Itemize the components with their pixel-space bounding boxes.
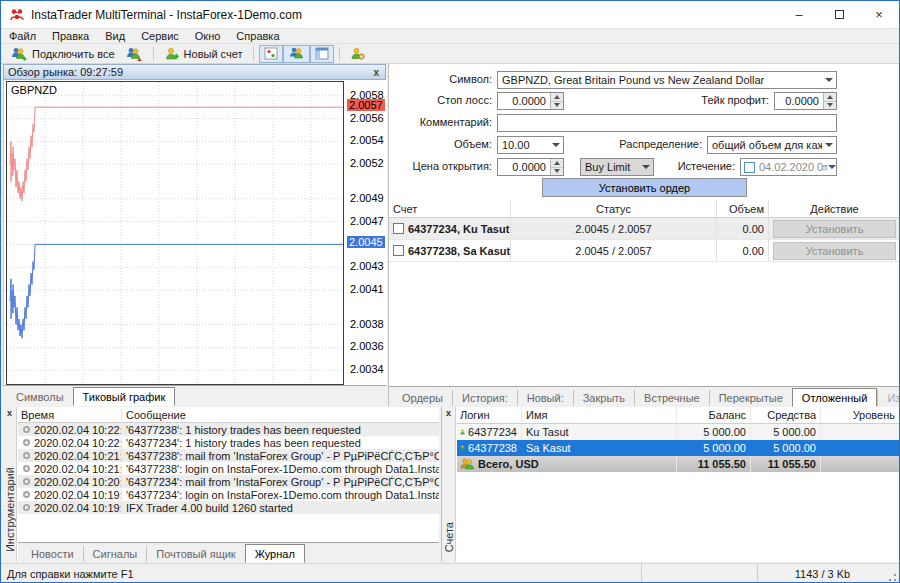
volume-label: Объем: <box>389 138 492 150</box>
col-message: Сообщение <box>121 409 439 421</box>
market-watch-tabs: Символы Тиковый график <box>3 385 386 405</box>
menu-window[interactable]: Окно <box>187 29 229 43</box>
new-account-button[interactable]: Новый счет <box>159 45 248 63</box>
maximize-button[interactable] <box>819 1 859 28</box>
chart-y-axis: 2.00582.00562.00542.00522.00492.00472.00… <box>346 81 387 385</box>
expiration-checkbox[interactable] <box>744 162 755 173</box>
tab-tick-chart[interactable]: Тиковый график <box>73 387 176 406</box>
chevron-down-icon[interactable] <box>549 137 563 153</box>
account-row-selected[interactable]: 64377238 Sa Kasut 5 000.00 5 000.00 <box>457 440 899 456</box>
account-row[interactable]: 64377234 Ku Tasut 5 000.00 5 000.00 <box>457 424 899 440</box>
app-icon <box>9 7 25 23</box>
chevron-down-icon[interactable] <box>822 72 836 88</box>
menu-file[interactable]: Файл <box>1 29 44 43</box>
market-watch-title: Обзор рынка: 09:27:59 <box>8 66 123 78</box>
tick-chart-area[interactable]: GBPNZD 2.00582.00562.00542.00522.00492.0… <box>3 80 386 385</box>
time-cell: 2020.02.04 10:21:1... <box>34 450 121 462</box>
tab-news[interactable]: Новости <box>22 546 83 562</box>
minimize-button[interactable]: – <box>779 1 819 28</box>
volume-select[interactable]: 10.00 <box>497 136 564 154</box>
menu-edit[interactable]: Правка <box>44 29 97 43</box>
chevron-down-icon[interactable] <box>639 159 653 175</box>
set-order-button[interactable]: Установить <box>773 220 896 238</box>
stop-loss-input[interactable]: 0.0000 <box>497 92 564 110</box>
disconnect-all-button[interactable] <box>120 45 148 63</box>
spin-up-button[interactable] <box>824 93 836 102</box>
symbol-select[interactable]: GBPNZD, Great Britain Pound vs New Zeala… <box>497 71 837 89</box>
menu-help[interactable]: Справка <box>228 29 287 43</box>
journal-row[interactable]: 2020.02.04 10:19:3... IFX Trader 4.00 bu… <box>18 501 439 514</box>
connect-all-button[interactable]: Подключить все <box>5 45 120 63</box>
tab-symbols[interactable]: Символы <box>7 389 73 405</box>
journal-table: Время Сообщение 2020.02.04 10:22:2... '6… <box>18 407 439 562</box>
account-settings-button[interactable] <box>345 45 370 63</box>
accounts-header: Логин Имя Баланс Средства Уровень <box>457 407 899 424</box>
y-tick-label: 2.0038 <box>350 318 384 330</box>
bid-price-badge: 2.0045 <box>347 236 385 248</box>
tab-journal[interactable]: Журнал <box>245 544 305 563</box>
expiration-value: 04.02.2020 09:37 <box>755 161 822 173</box>
tab-close[interactable]: Закрыть <box>573 390 634 406</box>
calendar-icon[interactable] <box>822 159 836 175</box>
account-checkbox[interactable] <box>393 223 404 234</box>
tab-history[interactable]: История: 2 <box>452 390 517 406</box>
order-type-select[interactable]: Buy Limit <box>580 158 654 176</box>
journal-row[interactable]: 2020.02.04 10:19:5... '64377234': login … <box>18 488 439 501</box>
user-icon <box>460 426 465 438</box>
tab-signals[interactable]: Сигналы <box>83 546 147 562</box>
market-watch-close-button[interactable]: x <box>371 67 381 78</box>
table-row[interactable]: 64377234, Ku Tasut 2.0045 / 2.0057 0.00 … <box>389 218 900 240</box>
tab-overlapped[interactable]: Перекрытые <box>709 390 792 406</box>
window-title: InstaTrader MultiTerminal - InstaForex-1… <box>31 8 302 22</box>
menu-service[interactable]: Сервис <box>133 29 187 43</box>
accounts-close-button[interactable]: x <box>446 407 451 418</box>
journal-row[interactable]: 2020.02.04 10:22:2... '64377234': 1 hist… <box>18 436 439 449</box>
journal-close-button[interactable]: x <box>7 407 12 418</box>
login-cell: 64377238 <box>468 442 517 454</box>
distribution-select[interactable]: общий объем для каждого ордера <box>707 136 837 154</box>
market-watch-caption[interactable]: Обзор рынка: 09:27:59 x <box>3 64 386 80</box>
table-row[interactable]: 64377238, Sa Kasut 2.0045 / 2.0057 0.00 … <box>389 240 900 262</box>
col-time: Время <box>18 409 121 421</box>
resize-grip[interactable] <box>887 572 897 582</box>
stop-loss-value: 0.0000 <box>498 95 550 107</box>
tick-chart-plot[interactable]: GBPNZD <box>6 81 344 385</box>
spin-up-button[interactable] <box>551 93 563 102</box>
journal-row[interactable]: 2020.02.04 10:21:0... '64377238': login … <box>18 462 439 475</box>
account-settings-icon <box>350 47 365 60</box>
level-cell <box>820 440 899 456</box>
market-watch-toggle[interactable] <box>259 45 283 63</box>
tab-new[interactable]: Новый: 2 <box>517 390 573 406</box>
journal-row[interactable]: 2020.02.04 10:22:2... '64377238': 1 hist… <box>18 423 439 436</box>
col-volume: Объем <box>717 200 769 217</box>
menu-view[interactable]: Вид <box>97 29 133 43</box>
accounts-toggle[interactable] <box>283 45 310 63</box>
journal-row[interactable]: 2020.02.04 10:21:1... '64377238': mail f… <box>18 449 439 462</box>
col-equity: Средства <box>750 407 820 423</box>
journal-panel: x Инструментарий Время Сообщение 2020.02… <box>3 407 439 562</box>
spin-down-button[interactable] <box>551 168 563 176</box>
spin-down-button[interactable] <box>551 102 563 110</box>
chevron-down-icon[interactable] <box>822 137 836 153</box>
tab-orders[interactable]: Ордеры <box>393 390 452 406</box>
status-cell: 2.0045 / 2.0057 <box>510 218 717 239</box>
tab-pending[interactable]: Отложенный <box>792 388 878 407</box>
spin-down-button[interactable] <box>824 102 836 110</box>
journal-row[interactable]: 2020.02.04 10:20:0... '64377234': mail f… <box>18 475 439 488</box>
account-checkbox[interactable] <box>393 245 404 256</box>
terminal-toggle[interactable] <box>310 45 334 63</box>
tab-mailbox[interactable]: Почтовый ящик <box>146 546 244 562</box>
close-button[interactable]: × <box>859 1 899 28</box>
comment-input[interactable] <box>497 114 837 132</box>
set-order-button[interactable]: Установить <box>773 242 896 260</box>
open-price-input[interactable]: 0.0000 <box>497 158 564 176</box>
connect-all-icon <box>10 47 28 61</box>
take-profit-input[interactable]: 0.0000 <box>774 92 837 110</box>
message-cell: '64377238': 1 history trades has been re… <box>121 424 439 436</box>
tab-counter[interactable]: Встречные <box>634 390 709 406</box>
status-table-header: Счет Статус Объем Действие <box>389 200 900 218</box>
place-order-button[interactable]: Установить ордер <box>542 178 747 197</box>
expiration-field[interactable]: 04.02.2020 09:37 <box>740 158 837 176</box>
spin-up-button[interactable] <box>551 159 563 168</box>
tab-modify[interactable]: Изменить <box>877 390 900 406</box>
